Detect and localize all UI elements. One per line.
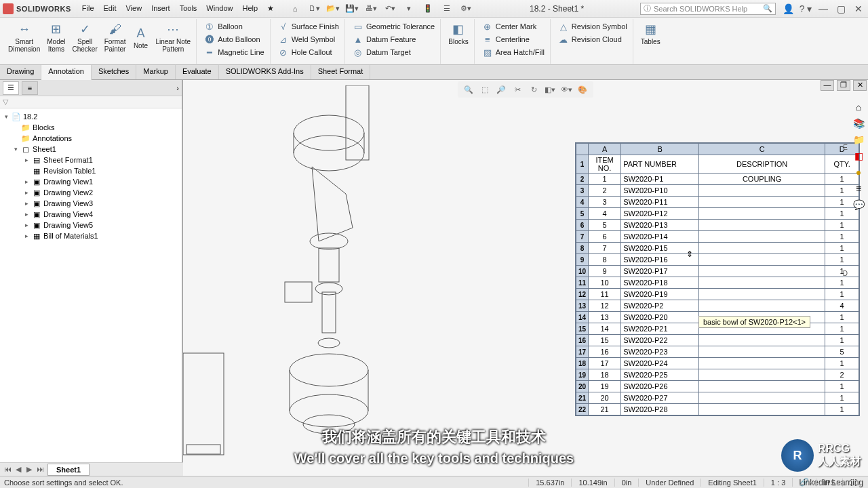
surface-finish-button[interactable]: √Surface Finish <box>275 20 342 33</box>
new-icon[interactable]: 🗋▾ <box>307 1 321 16</box>
menu-help[interactable]: Help <box>238 2 262 15</box>
open-icon[interactable]: 📂▾ <box>326 1 340 16</box>
zoom-prev-icon[interactable]: 🔎 <box>494 83 508 96</box>
centerline-button[interactable]: ≡Centerline <box>479 33 547 45</box>
bom-part-number[interactable]: SW2020-P11 <box>621 197 699 208</box>
bom-qty[interactable]: 1 <box>825 220 859 231</box>
table-row[interactable]: 109SW2020-P171 <box>576 266 859 277</box>
bom-description[interactable] <box>699 392 825 404</box>
bom-description[interactable] <box>699 369 825 381</box>
taskpane-design-library-icon[interactable]: 📚 <box>852 117 865 130</box>
note-button[interactable]: ANote <box>130 24 151 51</box>
table-row[interactable]: 1918SW2020-P252 <box>576 369 859 381</box>
bom-item-no[interactable]: 6 <box>589 231 621 243</box>
bom-row-num[interactable]: 3 <box>576 185 589 197</box>
bom-part-number[interactable]: SW2020-P23 <box>621 346 699 358</box>
tree-sheet-format1[interactable]: ▸▤Sheet Format1 <box>1 155 180 165</box>
taskpane-forum-icon[interactable]: 💬 <box>852 198 865 211</box>
table-row[interactable]: 1211SW2020-P191 <box>576 289 859 300</box>
bom-item-no[interactable]: 4 <box>589 208 621 220</box>
menu-window[interactable]: Window <box>202 2 237 15</box>
bom-description[interactable] <box>699 266 825 277</box>
table-row[interactable]: 2221SW2020-P281 <box>576 404 859 415</box>
bom-row-num[interactable]: 19 <box>576 369 589 381</box>
search-icon[interactable]: 🔍 <box>763 4 772 13</box>
bom-description[interactable] <box>699 220 825 231</box>
bom-part-number[interactable]: SW2020-P13 <box>621 220 699 231</box>
table-row[interactable]: 76SW2020-P141 <box>576 231 859 243</box>
tables-button[interactable]: ▦Tables <box>638 20 663 47</box>
bom-qty[interactable]: 1 <box>825 335 859 346</box>
bom-col-A[interactable]: A <box>589 144 621 155</box>
bom-description[interactable] <box>699 185 825 197</box>
rotate-icon[interactable]: ↻ <box>527 83 540 96</box>
revision-symbol-button[interactable]: △Revision Symbol <box>555 20 630 33</box>
bom-row-num[interactable]: 13 <box>576 300 589 312</box>
tab-sheet-format[interactable]: Sheet Format <box>311 65 371 79</box>
panel-expand-icon[interactable]: › <box>176 84 179 92</box>
appearance-icon[interactable]: 🎨 <box>576 83 589 96</box>
menu-file[interactable]: File <box>78 2 98 15</box>
bom-row-num[interactable]: 18 <box>576 358 589 369</box>
bom-header-cell[interactable]: ITEM NO. <box>589 155 621 174</box>
bom-item-no[interactable]: 13 <box>589 312 621 323</box>
mdi-close-icon[interactable]: ✕ <box>853 80 867 91</box>
table-row[interactable]: 32SW2020-P101 <box>576 185 859 197</box>
bom-row-num[interactable]: 2 <box>576 174 589 185</box>
help-search[interactable]: ⓘ Search SOLIDWORKS Help 🔍 <box>640 3 776 15</box>
table-row[interactable]: 1716SW2020-P235 <box>576 346 859 358</box>
tree-drawing-view4[interactable]: ▸▣Drawing View4 <box>1 209 180 220</box>
menu-tools[interactable]: Tools <box>176 2 201 15</box>
bom-description[interactable]: COUPLING <box>699 174 825 185</box>
minimize-icon[interactable]: — <box>816 3 830 14</box>
format-painter-button[interactable]: 🖌Format Painter <box>102 20 129 54</box>
home-icon[interactable]: ⌂ <box>288 1 302 16</box>
hole-callout-button[interactable]: ⊘Hole Callout <box>275 46 342 58</box>
bom-item-no[interactable]: 17 <box>589 358 621 369</box>
blocks-button[interactable]: ◧Blocks <box>446 20 471 47</box>
table-row[interactable]: 54SW2020-P121 <box>576 208 859 220</box>
bom-description[interactable] <box>699 243 825 254</box>
section-icon[interactable]: ✂ <box>511 83 524 96</box>
bom-row-num[interactable]: 17 <box>576 346 589 358</box>
bom-description[interactable] <box>699 277 825 289</box>
tab-addins[interactable]: SOLIDWORKS Add-Ins <box>219 65 311 79</box>
table-row[interactable]: 98SW2020-P161 <box>576 254 859 266</box>
tree-sheet1[interactable]: ▾▢Sheet1 <box>1 144 180 155</box>
bom-row-num[interactable]: 21 <box>576 392 589 404</box>
feature-tree[interactable]: ▾📄18.2 📁Blocks 📁Annotations ▾▢Sheet1 ▸▤S… <box>0 108 182 476</box>
tab-annotation[interactable]: Annotation <box>41 65 92 80</box>
menu-insert[interactable]: Insert <box>147 2 174 15</box>
bom-item-no[interactable]: 12 <box>589 300 621 312</box>
close-icon[interactable]: ✕ <box>852 3 865 14</box>
tree-drawing-view3[interactable]: ▸▣Drawing View3 <box>1 198 180 209</box>
undo-icon[interactable]: ↶▾ <box>382 1 397 16</box>
bom-col-B[interactable]: B <box>621 144 699 155</box>
tab-drawing[interactable]: Drawing <box>0 65 41 79</box>
sheet-next-icon[interactable]: ▶ <box>24 465 34 474</box>
bom-item-no[interactable]: 9 <box>589 266 621 277</box>
bom-row-num[interactable]: 8 <box>576 243 589 254</box>
status-scale[interactable]: 1 : 3 <box>764 479 792 487</box>
taskpane-file-explorer-icon[interactable]: 📁 <box>852 133 865 146</box>
bom-qty[interactable]: 1 <box>825 277 859 289</box>
bom-qty[interactable]: 1 <box>825 231 859 243</box>
select-icon[interactable]: ▾ <box>401 1 416 16</box>
bom-item-no[interactable]: 20 <box>589 392 621 404</box>
bom-qty[interactable]: 1 <box>825 312 859 323</box>
bom-item-no[interactable]: 10 <box>589 277 621 289</box>
bom-description[interactable] <box>699 289 825 300</box>
area-hatch-button[interactable]: ▨Area Hatch/Fill <box>479 46 547 58</box>
taskpane-custom-props-icon[interactable]: ≡ <box>852 182 865 195</box>
bom-qty[interactable]: 5 <box>825 346 859 358</box>
sheet-prev-icon[interactable]: ◀ <box>14 465 23 474</box>
bom-part-number[interactable]: SW2020-P14 <box>621 231 699 243</box>
bom-item-no[interactable]: 21 <box>589 404 621 415</box>
bom-qty[interactable]: 2 <box>825 369 859 381</box>
table-row[interactable]: 2019SW2020-P261 <box>576 381 859 392</box>
sheet-tab-sheet1[interactable]: Sheet1 <box>47 464 90 476</box>
bom-row-num[interactable]: 20 <box>576 381 589 392</box>
bom-row-num[interactable]: 6 <box>576 220 589 231</box>
bom-description[interactable] <box>699 231 825 243</box>
bom-item-no[interactable]: 2 <box>589 185 621 197</box>
